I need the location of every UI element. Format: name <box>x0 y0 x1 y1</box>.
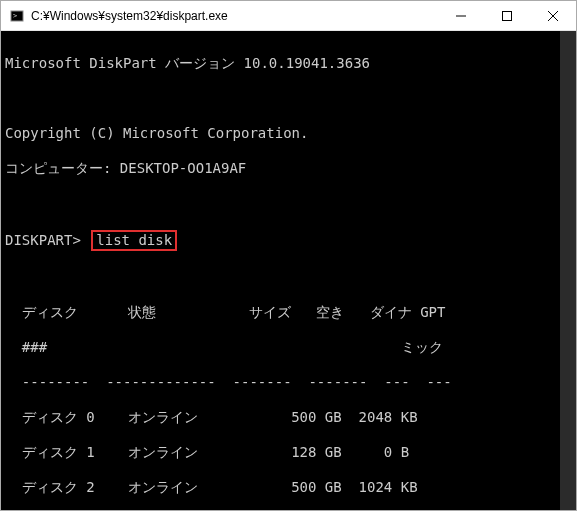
table-divider: -------- ------------- ------- ------- -… <box>5 374 572 392</box>
titlebar: > C:¥Windows¥system32¥diskpart.exe <box>1 1 576 31</box>
window-controls <box>438 1 576 30</box>
scrollbar[interactable] <box>560 31 576 510</box>
table-row: ディスク 2 オンライン 500 GB 1024 KB <box>5 479 572 497</box>
table-header-2: ### ミック <box>5 339 572 357</box>
window-title: C:¥Windows¥system32¥diskpart.exe <box>31 9 438 23</box>
copyright-line: Copyright (C) Microsoft Corporation. <box>5 125 572 143</box>
prompt: DISKPART> <box>5 232 81 248</box>
blank <box>5 269 572 287</box>
table-row: ディスク 0 オンライン 500 GB 2048 KB <box>5 409 572 427</box>
app-icon: > <box>9 8 25 24</box>
version-line: Microsoft DiskPart バージョン 10.0.19041.3636 <box>5 55 572 73</box>
table-header-1: ディスク 状態 サイズ 空き ダイナ GPT <box>5 304 572 322</box>
svg-rect-3 <box>503 11 512 20</box>
close-button[interactable] <box>530 1 576 30</box>
blank <box>5 90 572 108</box>
maximize-button[interactable] <box>484 1 530 30</box>
cmd-list-disk: list disk <box>91 230 177 252</box>
minimize-button[interactable] <box>438 1 484 30</box>
computer-line: コンピューター: DESKTOP-OO1A9AF <box>5 160 572 178</box>
table-row: ディスク 1 オンライン 128 GB 0 B <box>5 444 572 462</box>
terminal-area[interactable]: Microsoft DiskPart バージョン 10.0.19041.3636… <box>1 31 576 510</box>
svg-text:>: > <box>13 12 17 20</box>
window-frame: > C:¥Windows¥system32¥diskpart.exe Micro… <box>0 0 577 511</box>
blank <box>5 195 572 213</box>
prompt-line-1: DISKPART> list disk <box>5 230 572 252</box>
